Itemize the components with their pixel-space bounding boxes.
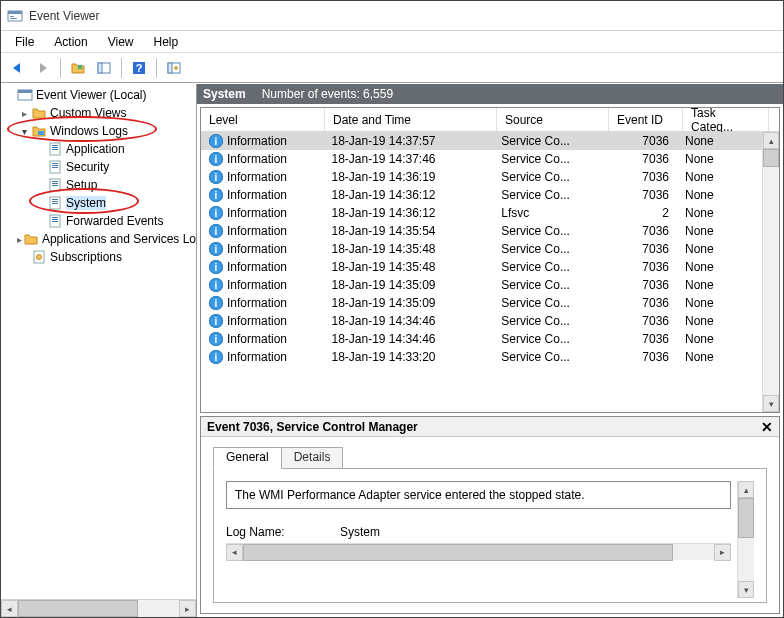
cell-datetime: 18-Jan-19 14:37:57 [323,134,493,148]
cell-taskcategory: None [677,332,762,346]
cell-source: Service Co... [493,152,604,166]
event-list-body[interactable]: iInformation18-Jan-19 14:37:57Service Co… [201,132,762,412]
cell-eventid: 7036 [604,332,677,346]
event-row[interactable]: iInformation18-Jan-19 14:36:12Lfsvc2None [201,204,762,222]
scroll-up-icon[interactable]: ▴ [738,481,754,498]
tree-item[interactable]: Forwarded Events [1,212,196,230]
tree-item[interactable]: Custom Views [1,104,196,122]
scroll-thumb[interactable] [763,149,779,167]
svg-rect-18 [52,163,58,164]
menu-help[interactable]: Help [144,33,189,51]
tree-item[interactable]: Subscriptions [1,248,196,266]
event-row[interactable]: iInformation18-Jan-19 14:33:20Service Co… [201,348,762,366]
cell-datetime: 18-Jan-19 14:35:48 [323,260,493,274]
tree-item-label: Applications and Services Lo [42,232,196,246]
cell-datetime: 18-Jan-19 14:34:46 [323,314,493,328]
event-row[interactable]: iInformation18-Jan-19 14:36:19Service Co… [201,168,762,186]
folder-icon [23,231,39,247]
log-icon [47,195,63,211]
detail-close-icon[interactable]: ✕ [761,419,773,435]
scroll-thumb[interactable] [738,498,754,538]
event-row[interactable]: iInformation18-Jan-19 14:35:54Service Co… [201,222,762,240]
col-header-taskcategory[interactable]: Task Categ... [683,108,769,131]
info-icon: i [209,314,223,328]
tree-item[interactable]: Setup [1,176,196,194]
cell-source: Service Co... [493,188,604,202]
cell-source: Service Co... [493,296,604,310]
cell-taskcategory: None [677,350,762,364]
back-button[interactable] [5,56,29,80]
cell-eventid: 7036 [604,188,677,202]
cell-eventid: 7036 [604,350,677,364]
subs-icon [31,249,47,265]
log-icon [47,177,63,193]
tree-item-label: System [66,196,106,210]
cell-source: Service Co... [493,134,604,148]
tab-details[interactable]: Details [281,447,344,469]
event-row[interactable]: iInformation18-Jan-19 14:34:46Service Co… [201,330,762,348]
icon-folder-button[interactable] [66,56,90,80]
scroll-up-icon[interactable]: ▴ [763,132,779,149]
scroll-right-icon[interactable]: ▸ [179,600,196,617]
scroll-down-icon[interactable]: ▾ [763,395,779,412]
detail-tabs: General Details [213,447,767,469]
sidebar-scrollbar-horizontal[interactable]: ◂ ▸ [1,599,196,617]
svg-rect-27 [52,201,58,202]
cell-eventid: 2 [604,206,677,220]
event-row[interactable]: iInformation18-Jan-19 14:35:48Service Co… [201,258,762,276]
event-list-header[interactable]: Level Date and Time Source Event ID Task… [201,108,779,132]
event-row[interactable]: iInformation18-Jan-19 14:35:48Service Co… [201,240,762,258]
scroll-left-icon[interactable]: ◂ [1,600,18,617]
cell-taskcategory: None [677,170,762,184]
cell-datetime: 18-Jan-19 14:35:54 [323,224,493,238]
info-icon: i [209,296,223,310]
event-row[interactable]: iInformation18-Jan-19 14:37:46Service Co… [201,150,762,168]
caret-closed-icon[interactable] [17,108,31,119]
tree-item[interactable]: Applications and Services Lo [1,230,196,248]
col-header-level[interactable]: Level [201,108,325,131]
scroll-thumb[interactable] [18,600,138,617]
detail-scrollbar-vertical[interactable]: ▴ ▾ [737,481,754,598]
tree-item-label: Forwarded Events [66,214,163,228]
scroll-right-icon[interactable]: ▸ [714,544,731,561]
menubar: File Action View Help [1,31,783,53]
scroll-thumb[interactable] [243,544,673,561]
tree-item[interactable]: Windows Logs [1,122,196,140]
scroll-left-icon[interactable]: ◂ [226,544,243,561]
tree-root[interactable]: Event Viewer (Local) [1,86,196,104]
svg-rect-23 [52,183,58,184]
tree-item[interactable]: System [1,194,196,212]
cell-level: Information [227,314,287,328]
scroll-down-icon[interactable]: ▾ [738,581,754,598]
tree[interactable]: Event Viewer (Local) Custom ViewsWindows… [1,84,196,599]
icon-panes-button[interactable] [92,56,116,80]
event-row[interactable]: iInformation18-Jan-19 14:35:09Service Co… [201,294,762,312]
tree-item-label: Custom Views [50,106,126,120]
tree-item[interactable]: Application [1,140,196,158]
help-button[interactable]: ? [127,56,151,80]
info-icon: i [209,332,223,346]
tab-general[interactable]: General [213,447,282,469]
menu-file[interactable]: File [5,33,44,51]
event-row[interactable]: iInformation18-Jan-19 14:34:46Service Co… [201,312,762,330]
event-list-scrollbar-vertical[interactable]: ▴ ▾ [762,132,779,412]
cell-source: Service Co... [493,260,604,274]
col-header-datetime[interactable]: Date and Time [325,108,497,131]
menu-view[interactable]: View [98,33,144,51]
detail-scrollbar-horizontal[interactable]: ◂ ▸ [226,543,731,560]
toolbar: ? [1,53,783,83]
info-icon: i [209,260,223,274]
event-row[interactable]: iInformation18-Jan-19 14:35:09Service Co… [201,276,762,294]
tree-item[interactable]: Security [1,158,196,176]
forward-button[interactable] [31,56,55,80]
event-row[interactable]: iInformation18-Jan-19 14:36:12Service Co… [201,186,762,204]
col-header-eventid[interactable]: Event ID [609,108,683,131]
cell-datetime: 18-Jan-19 14:36:12 [323,188,493,202]
col-header-source[interactable]: Source [497,108,609,131]
icon-refresh-panes-button[interactable] [162,56,186,80]
window-title: Event Viewer [29,9,99,23]
caret-open-icon[interactable] [17,126,31,137]
svg-rect-15 [52,147,58,148]
menu-action[interactable]: Action [44,33,97,51]
event-row[interactable]: iInformation18-Jan-19 14:37:57Service Co… [201,132,762,150]
